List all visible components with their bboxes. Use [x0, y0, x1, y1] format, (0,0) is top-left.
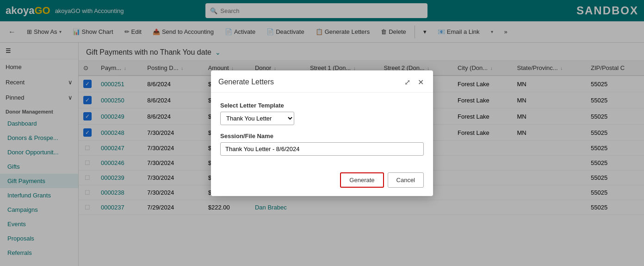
modal-body: Select Letter Template Thank You Letter …: [211, 93, 433, 172]
modal-footer: Generate Cancel: [211, 172, 433, 196]
modal-header-actions: ⤢ ✕: [402, 77, 426, 88]
session-file-input[interactable]: [220, 142, 424, 156]
letter-template-select[interactable]: Thank You Letter: [220, 112, 294, 125]
session-file-label: Session/File Name: [220, 133, 424, 139]
modal-expand-button[interactable]: ⤢: [402, 77, 412, 88]
generate-button[interactable]: Generate: [340, 172, 384, 188]
modal-close-button[interactable]: ✕: [416, 77, 426, 88]
generate-letters-modal: Generate Letters ⤢ ✕ Select Letter Templ…: [211, 70, 433, 196]
modal-header: Generate Letters ⤢ ✕: [211, 70, 433, 93]
modal-title: Generate Letters: [218, 78, 274, 86]
modal-overlay: Generate Letters ⤢ ✕ Select Letter Templ…: [0, 0, 644, 266]
cancel-button[interactable]: Cancel: [388, 172, 424, 188]
select-letter-label: Select Letter Template: [220, 102, 424, 109]
